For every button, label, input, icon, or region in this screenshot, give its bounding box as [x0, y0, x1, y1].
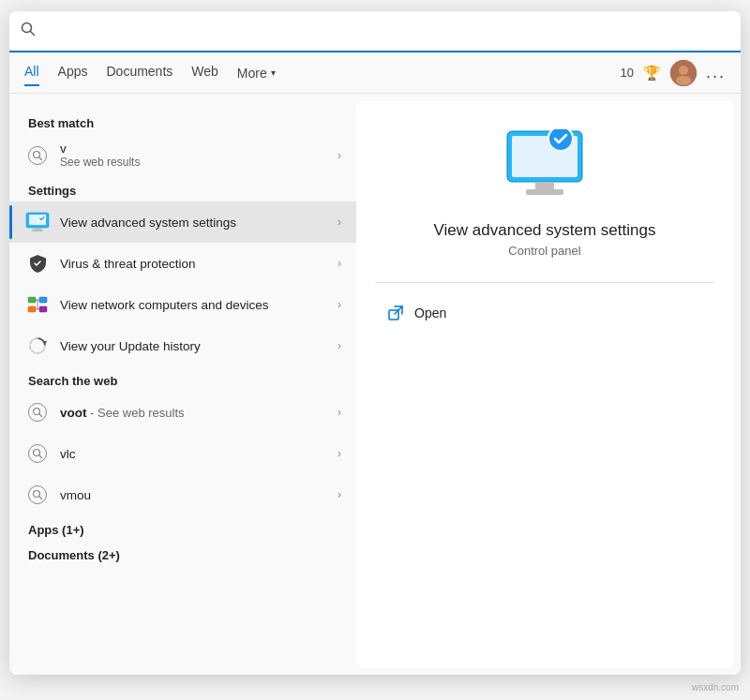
search-web-icon: [24, 440, 51, 467]
chevron-right-icon: ›: [338, 406, 341, 419]
main-content: Best match v See web results ›: [9, 94, 741, 675]
chevron-right-icon: ›: [338, 298, 341, 311]
search-icon: [21, 22, 36, 40]
nav-badge: 10: [621, 66, 634, 80]
item-title: vlc: [60, 447, 338, 461]
item-title: voot - See web results: [60, 406, 338, 420]
item-title: View network computers and devices: [60, 298, 338, 312]
list-item[interactable]: v See web results ›: [9, 134, 356, 176]
search-bar: View advanced system settings: [9, 11, 741, 52]
chevron-right-icon: ›: [338, 339, 341, 352]
list-item[interactable]: vmou ›: [9, 474, 356, 515]
section-settings: Settings: [9, 176, 356, 201]
item-text: View advanced system settings: [60, 216, 338, 230]
item-text: vlc: [60, 447, 338, 461]
svg-rect-10: [32, 230, 43, 231]
tab-more-label: More: [237, 66, 267, 81]
search-web-icon: [24, 399, 51, 425]
chevron-down-icon: ▾: [271, 67, 276, 78]
search-web-icon: [24, 482, 51, 508]
open-label: Open: [414, 305, 446, 320]
svg-line-23: [39, 455, 42, 458]
chevron-right-icon: ›: [338, 257, 341, 270]
item-text: v See web results: [60, 141, 338, 169]
divider: [375, 282, 714, 283]
svg-rect-13: [28, 306, 36, 312]
chevron-right-icon: ›: [338, 447, 341, 460]
svg-point-4: [676, 76, 691, 85]
right-panel-app-icon: [502, 129, 587, 204]
chevron-right-icon: ›: [338, 488, 341, 501]
list-item[interactable]: voot - See web results ›: [9, 392, 356, 433]
svg-line-21: [39, 414, 42, 417]
svg-rect-14: [39, 297, 47, 303]
more-options-button[interactable]: ...: [706, 63, 726, 82]
item-title: v: [60, 141, 338, 156]
watermark: wsxdn.com: [692, 682, 739, 693]
search-window: View advanced system settings All Apps D…: [9, 11, 741, 675]
trophy-icon: 🏆: [643, 65, 661, 82]
item-text: View your Update history: [60, 339, 338, 353]
item-title: Virus & threat protection: [60, 257, 338, 271]
chevron-right-icon: ›: [338, 149, 341, 162]
update-icon: [24, 333, 51, 359]
left-panel: Best match v See web results ›: [9, 94, 356, 675]
right-panel: View advanced system settings Control pa…: [356, 101, 733, 667]
tab-more[interactable]: More ▾: [237, 66, 276, 81]
svg-rect-12: [28, 297, 36, 303]
monitor-icon: [24, 209, 51, 235]
list-item[interactable]: vlc ›: [9, 433, 356, 474]
network-icon: [24, 291, 51, 318]
list-item[interactable]: Virus & threat protection ›: [9, 243, 356, 284]
list-item[interactable]: View network computers and devices ›: [9, 284, 356, 325]
right-panel-subtitle: Control panel: [508, 244, 580, 258]
item-text: voot - See web results: [60, 406, 338, 420]
list-item[interactable]: View your Update history ›: [9, 325, 356, 366]
svg-line-6: [39, 156, 42, 159]
item-title: View advanced system settings: [60, 216, 338, 230]
svg-rect-15: [39, 306, 47, 312]
right-panel-title: View advanced system settings: [434, 221, 656, 240]
list-item[interactable]: View advanced system settings ›: [9, 201, 356, 243]
search-result-icon: [24, 142, 51, 169]
section-search-web: Search the web: [9, 366, 356, 392]
external-link-icon: [386, 304, 405, 322]
open-button[interactable]: Open: [375, 296, 714, 330]
item-title: View your Update history: [60, 339, 338, 353]
shield-icon: [24, 250, 51, 276]
tab-web[interactable]: Web: [191, 64, 218, 82]
avatar[interactable]: [670, 60, 697, 86]
svg-rect-29: [526, 189, 563, 195]
nav-tabs-right: 10 🏆 ...: [621, 60, 726, 86]
search-input[interactable]: View advanced system settings: [43, 23, 729, 39]
section-apps: Apps (1+): [9, 515, 356, 541]
tab-apps[interactable]: Apps: [58, 64, 88, 82]
item-text: Virus & threat protection: [60, 257, 338, 271]
active-indicator: [9, 205, 12, 239]
nav-tabs: All Apps Documents Web More ▾ 10 🏆 ...: [9, 52, 741, 94]
nav-tabs-left: All Apps Documents Web More ▾: [24, 64, 276, 82]
svg-rect-28: [535, 182, 554, 189]
chevron-right-icon: ›: [338, 216, 341, 229]
svg-line-1: [31, 32, 35, 36]
tab-all[interactable]: All: [24, 64, 39, 82]
svg-rect-9: [34, 228, 41, 230]
item-subtitle: See web results: [60, 156, 338, 169]
section-documents: Documents (2+): [9, 541, 356, 566]
section-best-match: Best match: [9, 109, 356, 134]
svg-point-3: [679, 66, 688, 75]
tab-documents[interactable]: Documents: [106, 64, 172, 82]
item-title: vmou: [60, 488, 338, 502]
svg-line-25: [39, 497, 42, 499]
item-text: View network computers and devices: [60, 298, 338, 312]
item-text: vmou: [60, 488, 338, 502]
